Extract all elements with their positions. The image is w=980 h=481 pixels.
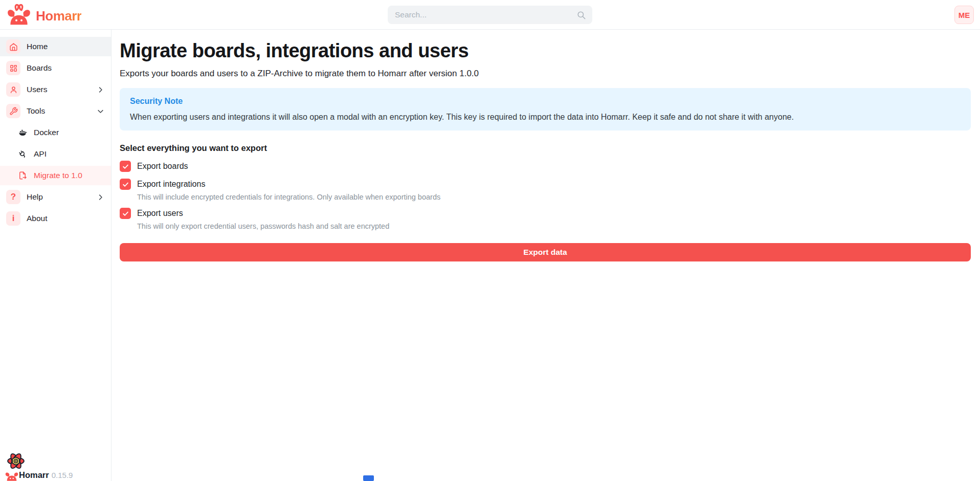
export-users-row: Export users This will only export crede…: [120, 208, 971, 230]
sidebar-item-label: Users: [27, 85, 47, 94]
sidebar-item-docker[interactable]: Docker: [0, 123, 111, 142]
search-bar[interactable]: [388, 6, 592, 24]
sidebar-item-about[interactable]: i About: [0, 209, 111, 228]
alert-title: Security Note: [130, 97, 961, 106]
sidebar-item-label: Migrate to 1.0: [34, 171, 82, 180]
footer-version: 0.15.9: [52, 471, 73, 479]
search-icon: [576, 10, 586, 20]
avatar-initials: ME: [959, 11, 970, 19]
sidebar: Home Boards Users: [0, 30, 112, 481]
homarr-crab-logo-icon: [6, 3, 32, 29]
sidebar-item-label: API: [34, 149, 47, 159]
plug-icon: [17, 148, 28, 160]
sidebar-item-label: Tools: [27, 106, 45, 116]
export-users-checkbox[interactable]: [120, 208, 131, 219]
export-integrations-checkbox[interactable]: [120, 179, 131, 190]
app-version-footer: Homarr 0.15.9: [19, 470, 73, 480]
sidebar-item-label: Docker: [34, 128, 59, 137]
main-content: Migrate boards, integrations and users E…: [112, 30, 980, 481]
sidebar-item-label: Help: [27, 192, 43, 202]
sidebar-footer: Homarr 0.15.9: [0, 454, 112, 481]
sidebar-item-api[interactable]: API: [0, 144, 111, 164]
chevron-right-icon: [97, 86, 104, 94]
info-icon: i: [6, 211, 20, 226]
chevron-down-icon: [97, 107, 104, 115]
app-header: Homarr ME: [0, 0, 980, 30]
dev-indicator-bar[interactable]: [363, 475, 374, 481]
export-boards-row: Export boards: [120, 161, 971, 172]
home-icon: [6, 39, 20, 54]
user-avatar[interactable]: ME: [954, 6, 974, 24]
export-options: Export boards Export integrations This w…: [120, 161, 971, 230]
sidebar-item-help[interactable]: ? Help: [0, 187, 111, 207]
docker-whale-icon: [17, 127, 28, 138]
export-data-button[interactable]: Export data: [120, 243, 971, 261]
sidebar-item-migrate-to-1-0[interactable]: Migrate to 1.0: [0, 166, 111, 185]
app-logo[interactable]: Homarr: [6, 3, 81, 29]
chevron-right-icon: [97, 193, 104, 201]
wrench-icon: [6, 104, 20, 118]
check-icon: [122, 163, 129, 170]
check-icon: [122, 210, 129, 217]
export-users-description: This will only export credential users, …: [137, 222, 971, 230]
sidebar-item-label: About: [27, 214, 48, 223]
sidebar-item-users[interactable]: Users: [0, 80, 111, 99]
alert-body: When exporting users and integrations it…: [130, 113, 961, 122]
user-icon: [6, 82, 20, 97]
sidebar-item-label: Home: [27, 42, 48, 51]
question-mark-icon: ?: [6, 190, 20, 204]
select-export-label: Select everything you want to export: [120, 143, 971, 153]
app-title: Homarr: [36, 8, 81, 24]
sidebar-item-label: Boards: [27, 63, 52, 73]
export-users-label[interactable]: Export users: [137, 209, 183, 218]
sidebar-item-tools[interactable]: Tools: [0, 101, 111, 121]
react-query-devtools-icon[interactable]: [6, 451, 26, 473]
security-note-alert: Security Note When exporting users and i…: [120, 88, 971, 130]
file-export-icon: [17, 170, 28, 181]
export-integrations-row: Export integrations This will include en…: [120, 179, 971, 201]
sidebar-nav: Home Boards Users: [0, 30, 111, 228]
export-integrations-description: This will include encrypted credentials …: [137, 193, 971, 201]
sidebar-item-boards[interactable]: Boards: [0, 58, 111, 78]
boards-grid-icon: [6, 61, 20, 75]
export-boards-label[interactable]: Export boards: [137, 162, 188, 171]
export-boards-checkbox[interactable]: [120, 161, 131, 172]
sidebar-item-home[interactable]: Home: [0, 37, 111, 56]
page-title: Migrate boards, integrations and users: [120, 40, 971, 62]
page-subtitle: Exports your boards and users to a ZIP-A…: [120, 69, 971, 79]
search-input[interactable]: [395, 10, 576, 19]
export-integrations-label[interactable]: Export integrations: [137, 180, 205, 189]
check-icon: [122, 181, 129, 188]
